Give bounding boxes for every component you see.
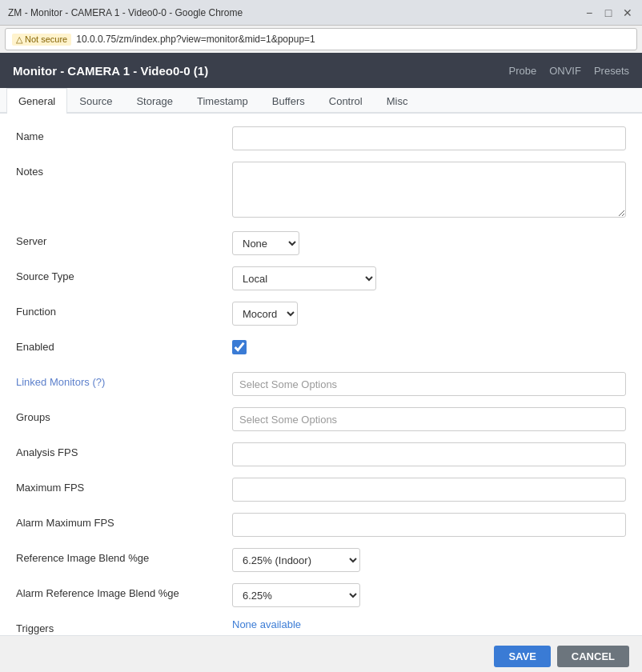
tab-timestamp[interactable]: Timestamp [185,88,260,114]
footer: SAVE CANCEL [0,635,642,672]
header-links: Probe ONVIF Presets [508,65,629,77]
source-type-row: Source Type Local Remote File Ffmpeg Lib… [16,266,626,290]
security-badge: △ Not secure [12,34,71,46]
groups-select-wrap: Select Some Options [232,407,626,431]
notes-label: Notes [16,162,232,178]
alarm-ref-blend-label: Alarm Reference Image Blend %ge [16,583,232,599]
tab-general[interactable]: General [6,88,67,114]
tabs-bar: General Source Storage Timestamp Buffers… [0,88,642,114]
tab-source[interactable]: Source [67,88,124,114]
analysis-fps-input-wrap [232,442,626,466]
alarm-ref-blend-select[interactable]: 6.25% 12.5% 25% 50% [232,583,360,607]
alarm-max-fps-input-wrap [232,513,626,537]
triggers-row: Triggers None available [16,618,626,635]
groups-label: Groups [16,407,232,423]
name-label: Name [16,126,232,142]
ref-blend-label: Reference Image Blend %ge [16,548,232,564]
ref-blend-row: Reference Image Blend %ge 6.25% (Indoor)… [16,548,626,572]
address-bar[interactable]: △ Not secure 10.0.0.75/zm/index.php?view… [5,28,637,50]
probe-link[interactable]: Probe [508,65,536,77]
tab-control[interactable]: Control [317,88,375,114]
app-container: Monitor - CAMERA 1 - Video0-0 (1) Probe … [0,53,642,672]
notes-input-wrap [232,162,626,220]
maximum-fps-input[interactable] [232,478,626,502]
browser-controls: − □ ✕ [583,6,634,19]
save-button[interactable]: SAVE [494,646,550,667]
maximize-button[interactable]: □ [602,6,615,19]
tab-misc[interactable]: Misc [375,88,420,114]
name-row: Name CAMERA 1 - Video0-0 [16,126,626,150]
source-type-select[interactable]: Local Remote File Ffmpeg LibVLC cURL [232,266,376,290]
server-select-wrap: None Server1 [232,231,626,255]
alarm-ref-blend-row: Alarm Reference Image Blend %ge 6.25% 12… [16,583,626,607]
server-select[interactable]: None Server1 [232,231,299,255]
maximum-fps-input-wrap [232,478,626,502]
enabled-row: Enabled [16,337,626,361]
analysis-fps-label: Analysis FPS [16,442,232,458]
function-row: Function None Monitor Modect Record Moco… [16,302,626,326]
cancel-button[interactable]: CANCEL [557,646,629,667]
header-bar: Monitor - CAMERA 1 - Video0-0 (1) Probe … [0,53,642,88]
presets-link[interactable]: Presets [594,65,629,77]
browser-title: ZM - Monitor - CAMERA 1 - Video0-0 - Goo… [8,7,243,18]
analysis-fps-input[interactable] [232,442,626,466]
enabled-checkbox-wrap [232,337,626,357]
browser-titlebar: ZM - Monitor - CAMERA 1 - Video0-0 - Goo… [0,0,642,26]
name-input[interactable]: CAMERA 1 - Video0-0 [232,126,626,150]
triggers-value-wrap: None available [232,618,626,630]
maximum-fps-row: Maximum FPS [16,478,626,502]
function-select[interactable]: None Monitor Modect Record Mocord Nodect [232,302,298,326]
server-label: Server [16,231,232,247]
function-label: Function [16,302,232,318]
linked-monitors-row: Linked Monitors (?) Select Some Options [16,372,626,396]
ref-blend-select-wrap: 6.25% (Indoor) 12.5% 25% 50% [232,548,626,572]
analysis-fps-row: Analysis FPS [16,442,626,466]
linked-monitors-select-wrap: Select Some Options [232,372,626,396]
source-type-label: Source Type [16,266,232,282]
triggers-value: None available [232,614,301,630]
function-select-wrap: None Monitor Modect Record Mocord Nodect [232,302,626,326]
form-content: Name CAMERA 1 - Video0-0 Notes Server No… [0,114,642,635]
alarm-ref-blend-select-wrap: 6.25% 12.5% 25% 50% [232,583,626,607]
notes-textarea[interactable] [232,162,626,218]
server-row: Server None Server1 [16,231,626,255]
alarm-max-fps-input[interactable] [232,513,626,537]
warning-icon: △ [16,34,22,45]
maximum-fps-label: Maximum FPS [16,478,232,494]
enabled-checkbox[interactable] [232,340,247,354]
linked-monitors-select[interactable]: Select Some Options [232,372,626,396]
name-input-wrap: CAMERA 1 - Video0-0 [232,126,626,150]
close-button[interactable]: ✕ [621,6,634,19]
ref-blend-select[interactable]: 6.25% (Indoor) 12.5% 25% 50% [232,548,360,572]
notes-row: Notes [16,162,626,220]
alarm-max-fps-label: Alarm Maximum FPS [16,513,232,529]
alarm-max-fps-row: Alarm Maximum FPS [16,513,626,537]
triggers-label: Triggers [16,618,232,634]
linked-monitors-label: Linked Monitors (?) [16,372,232,388]
groups-row: Groups Select Some Options [16,407,626,431]
groups-select[interactable]: Select Some Options [232,407,626,431]
tab-buffers[interactable]: Buffers [260,88,317,114]
onvif-link[interactable]: ONVIF [549,65,581,77]
enabled-label: Enabled [16,337,232,353]
source-type-select-wrap: Local Remote File Ffmpeg LibVLC cURL [232,266,626,290]
tab-storage[interactable]: Storage [124,88,185,114]
minimize-button[interactable]: − [583,6,596,19]
page-title: Monitor - CAMERA 1 - Video0-0 (1) [13,64,208,78]
url-text: 10.0.0.75/zm/index.php?view=monitor&mid=… [76,34,315,45]
